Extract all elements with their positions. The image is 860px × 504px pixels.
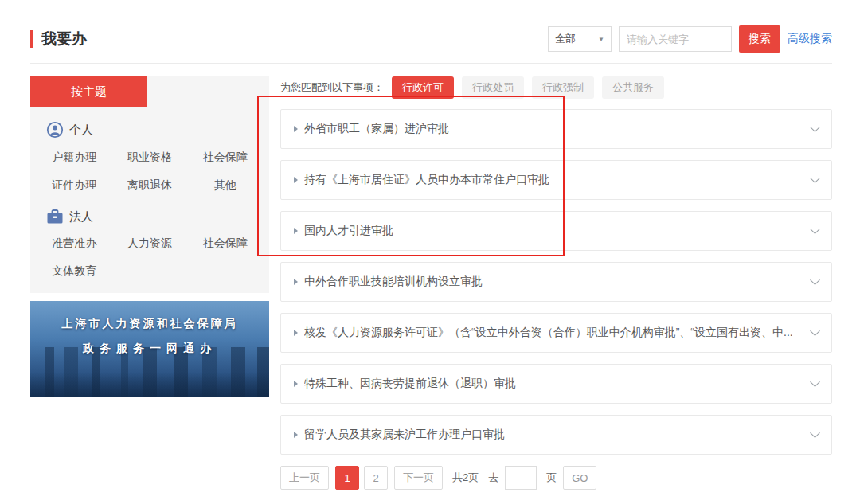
- search-button[interactable]: 搜索: [739, 25, 780, 53]
- service-item[interactable]: 外省市职工（家属）进沪审批: [280, 109, 832, 149]
- expand-arrow-icon: [294, 279, 298, 285]
- chevron-down-icon[interactable]: [810, 122, 820, 132]
- sidebar-item[interactable]: 职业资格: [112, 150, 188, 165]
- chevron-down-icon[interactable]: [810, 326, 820, 336]
- service-item[interactable]: 中外合作职业技能培训机构设立审批: [280, 262, 832, 302]
- page-number-2[interactable]: 2: [364, 466, 388, 490]
- section-personal: 个人: [30, 107, 269, 139]
- pagination: 上一页 12 下一页 共2页 去 页 GO: [280, 466, 832, 490]
- search-category-select[interactable]: 全部 ▼: [548, 26, 612, 52]
- page-title: 我要办: [30, 30, 87, 48]
- tab-3[interactable]: 公共服务: [602, 76, 664, 99]
- theme-panel: 按主题 个人 户籍办理职业资格社会保障证件办理离职退休其他 法人 准营准办人力资: [30, 76, 269, 293]
- prev-page-button[interactable]: 上一页: [280, 466, 329, 490]
- expand-arrow-icon: [294, 330, 298, 336]
- service-item[interactable]: 特殊工种、因病丧劳提前退休（退职）审批: [280, 364, 832, 404]
- service-title: 国内人才引进审批: [304, 224, 800, 238]
- page-numbers: 12: [335, 466, 388, 490]
- service-item[interactable]: 持有《上海市居住证》人员申办本市常住户口审批: [280, 160, 832, 200]
- chevron-down-icon[interactable]: [810, 377, 820, 387]
- banner-title: 上海市人力资源和社会保障局: [30, 317, 269, 331]
- page-header: 我要办 全部 ▼ 搜索 高级搜索: [0, 0, 860, 53]
- goto-page-input[interactable]: [505, 466, 537, 490]
- sidebar-item[interactable]: 离职退休: [112, 178, 188, 193]
- sidebar-item[interactable]: 人力资源: [112, 236, 188, 251]
- bureau-banner-image[interactable]: 上海市人力资源和社会保障局 政务服务一网通办: [30, 301, 269, 397]
- goto-prefix-label: 去: [488, 471, 498, 485]
- chevron-down-icon[interactable]: [810, 275, 820, 285]
- match-label: 为您匹配到以下事项：: [280, 80, 384, 95]
- person-icon: [46, 121, 64, 139]
- expand-arrow-icon: [294, 381, 298, 387]
- expand-arrow-icon: [294, 228, 298, 234]
- service-title: 中外合作职业技能培训机构设立审批: [304, 275, 800, 289]
- expand-arrow-icon: [294, 432, 298, 438]
- service-title: 特殊工种、因病丧劳提前退休（退职）审批: [304, 377, 800, 391]
- sidebar-item[interactable]: 证件办理: [37, 178, 112, 193]
- sidebar-item[interactable]: 其他: [187, 178, 263, 193]
- personal-items: 户籍办理职业资格社会保障证件办理离职退休其他: [30, 139, 269, 194]
- category-tabs: 行政许可行政处罚行政强制公共服务: [392, 76, 664, 99]
- service-item[interactable]: 留学人员及其家属来沪工作办理户口审批: [280, 415, 832, 455]
- section-label: 个人: [69, 123, 93, 138]
- tab-1[interactable]: 行政处罚: [462, 76, 524, 99]
- service-title: 外省市职工（家属）进沪审批: [304, 122, 800, 136]
- expand-arrow-icon: [294, 177, 298, 183]
- search-input[interactable]: [619, 26, 732, 52]
- service-title: 留学人员及其家属来沪工作办理户口审批: [304, 428, 800, 442]
- main-panel: 为您匹配到以下事项： 行政许可行政处罚行政强制公共服务 外省市职工（家属）进沪审…: [280, 76, 832, 490]
- sidebar-item[interactable]: 准营准办: [37, 236, 112, 251]
- tab-by-theme[interactable]: 按主题: [30, 76, 147, 107]
- chevron-down-icon[interactable]: [810, 428, 820, 438]
- advanced-search-link[interactable]: 高级搜索: [788, 32, 832, 46]
- chevron-down-icon[interactable]: [810, 224, 820, 234]
- chevron-down-icon: ▼: [598, 36, 604, 43]
- sidebar: 按主题 个人 户籍办理职业资格社会保障证件办理离职退休其他 法人 准营准办人力资: [30, 76, 269, 490]
- sidebar-item[interactable]: 社会保障: [187, 150, 263, 165]
- banner-text: 上海市人力资源和社会保障局 政务服务一网通办: [30, 317, 269, 356]
- sidebar-item[interactable]: 户籍办理: [37, 150, 112, 165]
- search-area: 全部 ▼ 搜索 高级搜索: [548, 25, 832, 53]
- sidebar-item[interactable]: 文体教育: [37, 264, 112, 279]
- service-item[interactable]: 国内人才引进审批: [280, 211, 832, 251]
- service-list: 外省市职工（家属）进沪审批持有《上海市居住证》人员申办本市常住户口审批国内人才引…: [280, 109, 832, 455]
- service-item[interactable]: 核发《人力资源服务许可证》（含“设立中外合资（合作）职业中介机构审批”、“设立国…: [280, 313, 832, 353]
- next-page-button[interactable]: 下一页: [394, 466, 443, 490]
- select-value: 全部: [555, 32, 576, 46]
- go-button[interactable]: GO: [563, 466, 596, 490]
- expand-arrow-icon: [294, 126, 298, 132]
- service-title: 核发《人力资源服务许可证》（含“设立中外合资（合作）职业中介机构审批”、“设立国…: [304, 326, 800, 340]
- sidebar-item[interactable]: 社会保障: [187, 236, 263, 251]
- corporate-items: 准营准办人力资源社会保障文体教育: [30, 225, 269, 280]
- chevron-down-icon[interactable]: [810, 173, 820, 183]
- match-row: 为您匹配到以下事项： 行政许可行政处罚行政强制公共服务: [280, 76, 832, 99]
- total-pages-label: 共2页: [452, 471, 479, 485]
- tab-0[interactable]: 行政许可: [392, 76, 454, 99]
- tab-2[interactable]: 行政强制: [532, 76, 594, 99]
- section-label: 法人: [69, 209, 93, 225]
- banner-subtitle: 政务服务一网通办: [30, 342, 269, 356]
- section-corporate: 法人: [30, 194, 269, 225]
- briefcase-icon: [46, 209, 64, 225]
- content: 按主题 个人 户籍办理职业资格社会保障证件办理离职退休其他 法人 准营准办人力资: [0, 64, 860, 490]
- service-title: 持有《上海市居住证》人员申办本市常住户口审批: [304, 173, 800, 187]
- page-number-1[interactable]: 1: [335, 466, 359, 490]
- goto-suffix-label: 页: [546, 471, 557, 485]
